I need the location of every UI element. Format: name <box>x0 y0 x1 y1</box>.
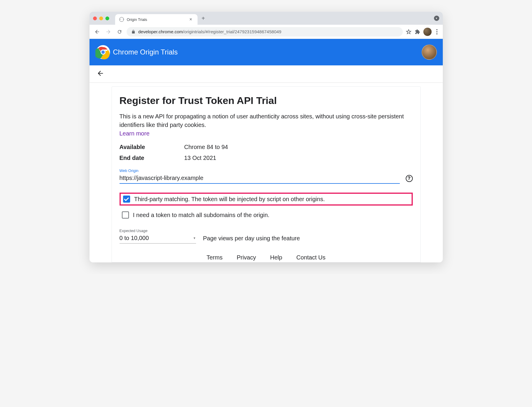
available-row: Available Chrome 84 to 94 <box>120 144 413 150</box>
tab-title: Origin Trials <box>127 17 185 22</box>
registration-card: Register for Trust Token API Trial This … <box>112 86 421 262</box>
reload-button[interactable] <box>115 28 124 36</box>
browser-tab[interactable]: Origin Trials × <box>115 14 198 25</box>
close-tab-button[interactable]: × <box>188 17 193 22</box>
app-title: Chrome Origin Trials <box>113 48 178 56</box>
expected-usage-description: Page views per day using the feature <box>203 235 300 244</box>
minimize-window-button[interactable] <box>99 16 103 20</box>
third-party-checkbox-row: Third-party matching. The token will be … <box>120 193 413 206</box>
lock-icon <box>131 30 135 34</box>
subdomains-checkbox-row: I need a token to match all subdomains o… <box>120 210 413 220</box>
third-party-label: Third-party matching. The token will be … <box>134 196 325 203</box>
bookmark-button[interactable] <box>406 29 412 35</box>
terms-link[interactable]: Terms <box>206 254 222 261</box>
subdomains-label: I need a token to match all subdomains o… <box>133 212 270 219</box>
page-description: This is a new API for propagating a noti… <box>120 112 413 138</box>
url-text: developer.chrome.com/origintrials/#/regi… <box>138 29 281 34</box>
url-field[interactable]: developer.chrome.com/origintrials/#/regi… <box>127 27 403 37</box>
footer-links: Terms Privacy Help Contact Us <box>120 254 413 262</box>
page-back-button[interactable] <box>97 70 436 78</box>
page-title: Register for Trust Token API Trial <box>120 95 413 106</box>
expected-usage-label: Expected Usage <box>120 229 196 233</box>
globe-icon <box>119 17 124 22</box>
expected-usage-group: Expected Usage 0 to 10,000 ▼ Page views … <box>120 229 413 244</box>
window-controls <box>93 16 109 20</box>
back-button[interactable] <box>93 28 101 36</box>
browser-window: Origin Trials × + developer.chrome.com/o… <box>90 12 443 262</box>
expected-usage-value: 0 to 10,000 <box>120 235 149 241</box>
third-party-checkbox[interactable] <box>123 196 130 203</box>
web-origin-field-group: Web Origin ? <box>120 168 413 184</box>
maximize-window-button[interactable] <box>105 16 109 20</box>
browser-menu-button[interactable] <box>435 27 439 36</box>
description-text: This is a new API for propagating a noti… <box>120 113 404 128</box>
tab-bar: Origin Trials × + <box>90 12 443 25</box>
web-origin-label: Web Origin <box>120 168 413 173</box>
user-avatar[interactable] <box>422 44 437 60</box>
chrome-logo-icon <box>95 44 111 60</box>
end-date-value: 13 Oct 2021 <box>184 155 216 161</box>
chevron-down-icon: ▼ <box>193 236 196 240</box>
end-date-row: End date 13 Oct 2021 <box>120 155 413 161</box>
address-bar: developer.chrome.com/origintrials/#/regi… <box>90 25 443 39</box>
profile-avatar[interactable] <box>423 28 432 36</box>
new-tab-button[interactable]: + <box>202 15 205 22</box>
expected-usage-select[interactable]: 0 to 10,000 ▼ <box>120 234 196 244</box>
sub-nav <box>90 65 443 83</box>
help-link[interactable]: Help <box>270 254 282 261</box>
available-value: Chrome 84 to 94 <box>184 144 228 150</box>
extensions-button[interactable] <box>415 29 420 35</box>
end-date-label: End date <box>120 155 184 161</box>
available-label: Available <box>120 144 184 150</box>
app-header: Chrome Origin Trials <box>90 39 443 65</box>
forward-button[interactable] <box>104 28 112 36</box>
web-origin-input[interactable] <box>120 173 400 184</box>
contact-link[interactable]: Contact Us <box>296 254 326 261</box>
help-icon[interactable]: ? <box>406 175 413 182</box>
incognito-icon[interactable] <box>434 16 439 21</box>
privacy-link[interactable]: Privacy <box>237 254 256 261</box>
subdomains-checkbox[interactable] <box>122 211 129 219</box>
trial-meta: Available Chrome 84 to 94 End date 13 Oc… <box>120 144 413 161</box>
close-window-button[interactable] <box>93 16 97 20</box>
learn-more-link[interactable]: Learn more <box>120 130 150 137</box>
